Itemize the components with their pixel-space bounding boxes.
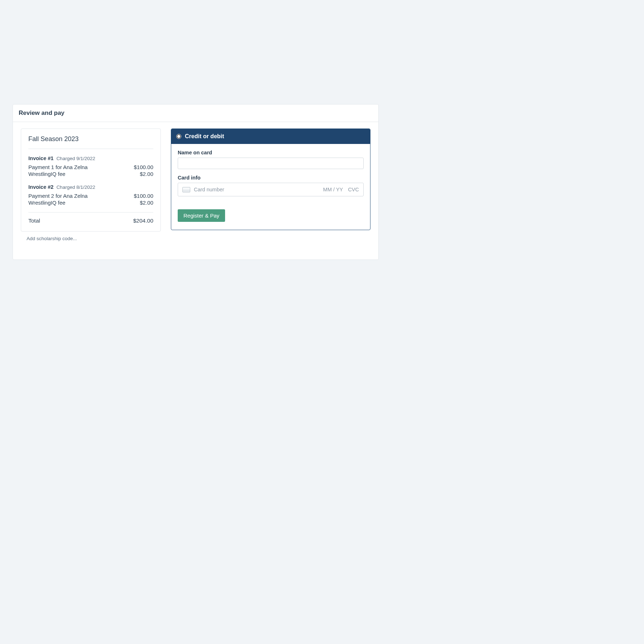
line-item: WrestlingIQ fee $2.00 (28, 200, 153, 206)
line-item-amount: $2.00 (140, 171, 153, 177)
total-label: Total (28, 218, 40, 224)
invoice-title: Invoice #1 (28, 155, 53, 161)
line-item-label: Payment 2 for Ana Zelna (28, 193, 88, 199)
card-info-input[interactable]: Card number MM / YY CVC (178, 183, 364, 196)
invoice-charged-date: Charged 8/1/2022 (56, 185, 95, 190)
checkout-card: Review and pay Fall Season 2023 Invoice … (13, 104, 379, 260)
total-row: Total $204.00 (28, 218, 153, 224)
credit-debit-radio[interactable] (176, 134, 181, 139)
card-number-placeholder: Card number (194, 187, 319, 192)
line-item: WrestlingIQ fee $2.00 (28, 171, 153, 177)
season-title: Fall Season 2023 (28, 135, 153, 149)
card-exp-placeholder: MM / YY (323, 187, 343, 192)
add-scholarship-link[interactable]: Add scholarship code... (27, 236, 77, 241)
payment-method-label: Credit or debit (185, 133, 224, 140)
line-item-label: WrestlingIQ fee (28, 171, 65, 177)
line-item-amount: $100.00 (134, 164, 153, 170)
payment-method-header[interactable]: Credit or debit (171, 129, 370, 144)
invoice-header: Invoice #2 Charged 8/1/2022 (28, 184, 153, 190)
card-icon (182, 187, 190, 192)
line-item: Payment 2 for Ana Zelna $100.00 (28, 193, 153, 199)
line-item-label: Payment 1 for Ana Zelna (28, 164, 88, 170)
line-item: Payment 1 for Ana Zelna $100.00 (28, 164, 153, 170)
line-item-amount: $100.00 (134, 193, 153, 199)
total-amount: $204.00 (133, 218, 153, 224)
page-title: Review and pay (19, 109, 373, 117)
card-cvc-placeholder: CVC (348, 187, 359, 192)
invoice-block: Invoice #1 Charged 9/1/2022 Payment 1 fo… (28, 149, 153, 177)
line-item-amount: $2.00 (140, 200, 153, 206)
name-on-card-label: Name on card (178, 150, 364, 155)
summary-column: Fall Season 2023 Invoice #1 Charged 9/1/… (21, 129, 161, 242)
invoice-charged-date: Charged 9/1/2022 (56, 156, 95, 161)
summary-panel: Fall Season 2023 Invoice #1 Charged 9/1/… (21, 129, 161, 232)
divider (28, 212, 153, 213)
card-info-label: Card info (178, 175, 364, 181)
card-body: Fall Season 2023 Invoice #1 Charged 9/1/… (13, 122, 378, 260)
invoice-header: Invoice #1 Charged 9/1/2022 (28, 155, 153, 161)
invoice-title: Invoice #2 (28, 184, 53, 190)
line-item-label: WrestlingIQ fee (28, 200, 65, 206)
name-on-card-input[interactable] (178, 158, 364, 169)
register-pay-button[interactable]: Register & Pay (178, 209, 225, 222)
payment-body: Name on card Card info Card number MM / … (171, 144, 370, 230)
payment-panel: Credit or debit Name on card Card info C… (171, 129, 370, 230)
card-header: Review and pay (13, 104, 378, 122)
invoice-block: Invoice #2 Charged 8/1/2022 Payment 2 fo… (28, 178, 153, 206)
